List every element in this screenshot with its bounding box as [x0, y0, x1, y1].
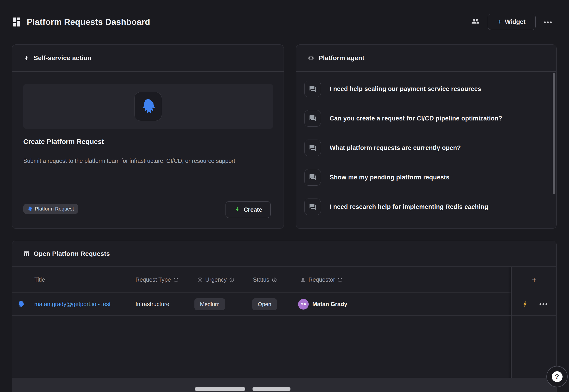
row-title-cell: matan.grady@getport.io - test [34, 293, 111, 316]
platform-agent-title: Platform agent [319, 54, 364, 62]
action-description: Submit a request to the platform team fo… [23, 156, 250, 166]
person-icon [300, 277, 306, 283]
pinned-column-shadow [508, 267, 512, 392]
octopus-logo-icon [141, 98, 156, 115]
column-status-label: Status [253, 276, 269, 283]
agent-suggestion-item[interactable]: I need help scaling our payment service … [304, 81, 547, 97]
agent-list-scrollbar[interactable] [553, 73, 555, 194]
horizontal-scrollbar-thumb[interactable] [195, 387, 245, 391]
table-card-header: Open Platform Requests [12, 241, 556, 267]
agent-suggestion-label: What platform requests are currently ope… [330, 144, 461, 152]
platform-request-badge-label: Platform Request [35, 206, 74, 212]
column-header-urgency[interactable]: Urgency [197, 267, 235, 293]
table-header-row: Title Request Type Urgency Status [12, 267, 512, 293]
status-chip: Open [252, 298, 277, 310]
row-request-type-value: Infrastructure [135, 301, 169, 308]
agent-suggestion-label: Can you create a request for CI/CD pipel… [330, 115, 502, 122]
add-widget-button[interactable]: + Widget [488, 14, 536, 30]
self-service-card-title: Self-service action [34, 54, 91, 62]
agent-suggestions-list: I need help scaling our payment service … [296, 72, 556, 228]
share-users-button[interactable] [470, 16, 481, 26]
table-row[interactable]: matan.grady@getport.io - test Infrastruc… [12, 293, 512, 316]
radio-icon [197, 277, 203, 283]
code-icon [307, 54, 315, 62]
row-requestor-cell: MA Matan Grady [298, 293, 347, 316]
chat-bubble-icon [304, 81, 321, 97]
chat-bubble-icon [304, 110, 321, 127]
lightning-green-icon [234, 206, 241, 213]
create-button[interactable]: Create [226, 201, 271, 218]
column-header-title[interactable]: Title [34, 267, 45, 293]
self-service-action-card: Self-service action Create Platform Requ… [12, 44, 284, 229]
dashboard-icon [13, 17, 20, 27]
requestor-name: Matan Grady [312, 301, 347, 308]
row-urgency-cell: Medium [194, 293, 225, 316]
row-actions-cell [512, 293, 556, 316]
lightning-icon [23, 55, 30, 61]
page-more-options-button[interactable] [541, 17, 554, 27]
table-scrollbar-track [12, 378, 556, 392]
platform-request-badge: Platform Request [23, 204, 78, 214]
plus-icon: + [498, 18, 502, 25]
table-card-title: Open Platform Requests [34, 250, 110, 257]
column-header-requestor[interactable]: Requestor [300, 267, 343, 293]
action-banner [23, 84, 273, 129]
action-logo-tile [134, 92, 162, 121]
more-options-icon [544, 21, 552, 23]
action-title: Create Platform Request [23, 138, 104, 146]
create-button-label: Create [244, 206, 262, 213]
column-requestor-label: Requestor [309, 276, 335, 283]
chat-bubble-icon [304, 198, 321, 215]
column-header-status[interactable]: Status [253, 267, 277, 293]
info-icon [229, 277, 235, 283]
agent-suggestion-item[interactable]: Can you create a request for CI/CD pipel… [304, 110, 547, 127]
urgency-chip: Medium [194, 298, 225, 310]
info-icon [337, 277, 343, 283]
page-title: Platform Requests Dashboard [27, 17, 150, 27]
open-platform-requests-card: Open Platform Requests Title Request Typ… [12, 241, 556, 392]
octopus-badge-icon [28, 206, 32, 212]
column-title-label: Title [34, 276, 45, 283]
agent-suggestion-item[interactable]: What platform requests are currently ope… [304, 140, 547, 156]
row-request-type-cell: Infrastructure [135, 293, 169, 316]
platform-agent-card-header: Platform agent [296, 45, 556, 72]
add-column-button[interactable]: + [512, 267, 556, 293]
chat-bubble-icon [304, 140, 321, 156]
agent-suggestion-item[interactable]: Show me my pending platform requests [304, 169, 547, 186]
row-entity-icon-cell [17, 293, 25, 316]
question-mark-icon: ? [552, 371, 563, 382]
help-button[interactable]: ? [546, 366, 568, 387]
column-request-type-label: Request Type [135, 276, 171, 283]
dashboard-page: Platform Requests Dashboard + Widget Sel… [0, 0, 569, 392]
info-icon [271, 277, 277, 283]
octopus-row-icon [17, 300, 25, 308]
horizontal-scrollbar-thumb[interactable] [253, 387, 290, 391]
row-title-link[interactable]: matan.grady@getport.io - test [34, 301, 111, 308]
plus-icon: + [532, 275, 537, 284]
row-more-options-button[interactable] [540, 303, 547, 305]
self-service-card-header: Self-service action [12, 45, 284, 72]
table-icon [23, 251, 30, 257]
agent-suggestion-label: Show me my pending platform requests [330, 174, 449, 181]
info-icon [173, 277, 179, 283]
agent-suggestion-label: I need help scaling our payment service … [330, 85, 481, 93]
agent-suggestion-item[interactable]: I need research help for implementing Re… [304, 198, 547, 215]
row-status-cell: Open [252, 293, 277, 316]
chat-bubble-icon [304, 169, 321, 186]
people-icon [471, 17, 480, 25]
column-header-request-type[interactable]: Request Type [135, 267, 179, 293]
platform-agent-card: Platform agent I need help scaling our p… [296, 44, 556, 229]
agent-suggestion-label: I need research help for implementing Re… [330, 203, 488, 210]
row-run-action-button[interactable] [522, 301, 528, 308]
column-urgency-label: Urgency [205, 276, 227, 283]
add-widget-label: Widget [505, 18, 526, 26]
requestor-avatar: MA [298, 299, 309, 309]
